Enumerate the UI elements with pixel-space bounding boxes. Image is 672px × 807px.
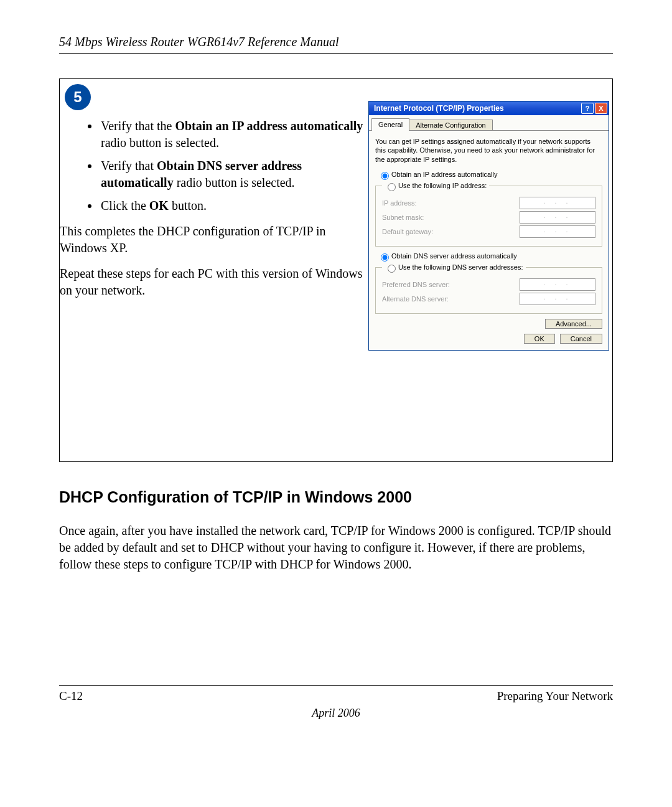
step-number-badge: 5 <box>65 84 91 110</box>
input-ip-address[interactable]: . . . <box>520 197 595 209</box>
radio-use-following-dns[interactable] <box>388 265 396 273</box>
radio-obtain-dns-auto-input[interactable] <box>381 253 389 262</box>
footer-date: April 2006 <box>59 707 613 720</box>
ok-button[interactable]: OK <box>524 334 555 344</box>
dialog-tabs: General Alternate Configuration <box>369 118 609 131</box>
dialog-description: You can get IP settings assigned automat… <box>375 137 602 164</box>
input-default-gateway[interactable]: . . . <box>520 225 595 238</box>
screenshot-column: Internet Protocol (TCP/IP) Properties ? … <box>363 79 612 461</box>
section-paragraph-win2000: Once again, after you have installed the… <box>59 522 613 573</box>
page-number: C-12 <box>59 689 83 703</box>
completion-note: This completes the DHCP configuration of… <box>60 223 363 257</box>
dialog-titlebar: Internet Protocol (TCP/IP) Properties ? … <box>369 101 609 115</box>
manual-page: 54 Mbps Wireless Router WGR614v7 Referen… <box>0 0 672 807</box>
label-default-gateway: Default gateway: <box>382 228 520 235</box>
label-subnet-mask: Subnet mask: <box>382 214 520 221</box>
tab-alternate-config[interactable]: Alternate Configuration <box>409 120 493 130</box>
radio-obtain-ip-auto-input[interactable] <box>381 172 389 180</box>
label-alternate-dns: Alternate DNS server: <box>382 295 520 303</box>
chapter-title: Preparing Your Network <box>83 689 613 703</box>
step-number: 5 <box>73 88 82 106</box>
tcp-ip-properties-dialog: Internet Protocol (TCP/IP) Properties ? … <box>368 101 609 351</box>
bullet-1: Verify that the Obtain an IP address aut… <box>100 118 363 151</box>
radio-obtain-dns-auto[interactable]: Obtain DNS server address automatically <box>378 252 602 262</box>
radio-use-following-ip[interactable] <box>388 183 396 191</box>
titlebar-close-button[interactable]: X <box>595 103 607 114</box>
input-subnet-mask[interactable]: . . . <box>520 211 595 224</box>
use-ip-group: Use the following IP address: IP address… <box>375 181 602 247</box>
repeat-note: Repeat these steps for each PC with this… <box>60 265 363 299</box>
bullet-2: Verify that Obtain DNS server address au… <box>100 158 363 191</box>
titlebar-help-button[interactable]: ? <box>581 103 594 114</box>
dialog-body: General Alternate Configuration You can … <box>369 115 609 350</box>
section-heading-win2000: DHCP Configuration of TCP/IP in Windows … <box>59 488 613 506</box>
bullet-3: Click the OK button. <box>100 197 363 214</box>
radio-obtain-ip-auto[interactable]: Obtain an IP address automatically <box>378 170 602 180</box>
input-alternate-dns[interactable]: . . . <box>520 293 595 305</box>
use-dns-group: Use the following DNS server addresses: … <box>375 263 602 314</box>
input-preferred-dns[interactable]: . . . <box>520 278 595 291</box>
label-preferred-dns: Preferred DNS server: <box>382 281 520 288</box>
step-bullet-list: Verify that the Obtain an IP address aut… <box>75 118 363 214</box>
page-footer: C-12 Preparing Your Network <box>59 685 613 703</box>
tab-general[interactable]: General <box>371 118 409 131</box>
running-header: 54 Mbps Wireless Router WGR614v7 Referen… <box>59 35 613 54</box>
cancel-button[interactable]: Cancel <box>560 334 602 344</box>
advanced-button[interactable]: Advanced... <box>545 319 602 329</box>
dialog-title: Internet Protocol (TCP/IP) Properties <box>374 104 504 113</box>
step-5-box: 5 Verify that the Obtain an IP address a… <box>59 78 613 462</box>
label-ip-address: IP address: <box>382 199 520 207</box>
step-text-column: 5 Verify that the Obtain an IP address a… <box>60 79 363 461</box>
